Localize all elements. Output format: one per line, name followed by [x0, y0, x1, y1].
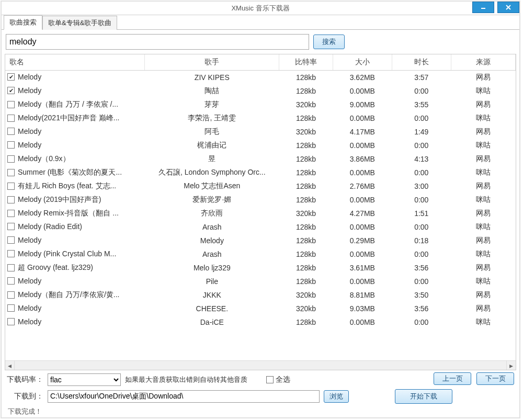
row-checkbox[interactable]: [7, 101, 15, 108]
table-row[interactable]: 超 Groovy (feat. ljz329)Melo ljz329128kb3…: [5, 261, 516, 275]
bitrate-cell: 128kb: [279, 139, 333, 152]
bitrate-cell: 128kb: [279, 166, 333, 179]
tab-song-search[interactable]: 歌曲搜索: [4, 15, 42, 30]
bottom-panel: 上一页 下一页 下载码率： flac 如果最大音质获取出错则自动转其他音质 全选…: [2, 370, 519, 417]
source-cell: 网易: [451, 98, 515, 111]
source-cell: 咪咕: [451, 111, 515, 125]
row-checkbox[interactable]: [7, 87, 15, 94]
duration-cell: 3:56: [392, 261, 451, 275]
row-checkbox[interactable]: [7, 210, 15, 217]
table-row[interactable]: MelodyZIV KIPES128kb3.62MB3:57网易: [5, 71, 516, 85]
table-row[interactable]: MelodyPile128kb0.00MB0:00咪咕: [5, 275, 516, 288]
table-row[interactable]: Summer (电影《菊次郎的夏天...久石譲, London Symphony…: [5, 166, 516, 179]
song-name: Melody: [18, 86, 41, 95]
bitrate-select[interactable]: flac: [48, 373, 121, 386]
search-row: 搜索: [2, 30, 519, 54]
search-button[interactable]: 搜索: [313, 35, 345, 49]
col-header-name[interactable]: 歌名: [5, 54, 145, 71]
scroll-left-icon[interactable]: ◂: [5, 361, 15, 370]
col-header-size[interactable]: 大小: [333, 54, 392, 71]
song-name: Melody（翻自 乃万 / 李依宸 /...: [18, 100, 118, 109]
artist-cell: 爱新觉罗·媚: [145, 193, 279, 207]
horizontal-scrollbar[interactable]: ◂ ▸: [5, 360, 516, 370]
col-header-artist[interactable]: 歌手: [145, 54, 279, 71]
table-row[interactable]: Melody阿毛320kb4.17MB1:49网易: [5, 125, 516, 139]
start-download-button[interactable]: 开始下载: [395, 389, 452, 404]
minimize-button[interactable]: [472, 2, 494, 13]
results-scroll[interactable]: 歌名 歌手 比特率 大小 时长 来源 MelodyZIV KIPES128kb3…: [5, 54, 516, 360]
row-checkbox[interactable]: [7, 115, 15, 122]
source-cell: 咪咕: [451, 220, 515, 234]
bitrate-cell: 128kb: [279, 84, 333, 98]
col-header-bitrate[interactable]: 比特率: [279, 54, 333, 71]
duration-cell: 1:49: [392, 125, 451, 139]
row-checkbox[interactable]: [7, 169, 15, 176]
table-row[interactable]: Melody (2019中国好声音)爱新觉罗·媚128kb0.00MB0:00咪…: [5, 193, 516, 207]
app-window: XMusic 音乐下载器 歌曲搜索 歌单&专辑&歌手歌曲 搜索: [1, 1, 520, 418]
select-all-checkbox[interactable]: 全选: [266, 375, 290, 384]
table-row[interactable]: Melody（翻自 乃万/李依宸/黄...JKKK320kb8.81MB3:50…: [5, 288, 516, 302]
song-name: 超 Groovy (feat. ljz329): [18, 263, 93, 273]
search-input[interactable]: [6, 34, 309, 50]
bitrate-cell: 128kb: [279, 261, 333, 275]
size-cell: 0.00MB: [333, 84, 392, 98]
bitrate-cell: 320kb: [279, 302, 333, 315]
duration-cell: 0:00: [392, 193, 451, 207]
bitrate-cell: 128kb: [279, 193, 333, 207]
duration-cell: 4:13: [392, 152, 451, 166]
row-checkbox[interactable]: [7, 304, 15, 312]
row-checkbox[interactable]: [7, 155, 15, 163]
close-button[interactable]: [497, 2, 519, 13]
row-checkbox[interactable]: [7, 250, 15, 257]
table-row[interactable]: Melody Remix-抖音版（翻自 ...齐欣雨320kb4.27MB1:5…: [5, 207, 516, 220]
row-checkbox[interactable]: [7, 236, 15, 244]
size-cell: 0.00MB: [333, 220, 392, 234]
song-name: Melody: [18, 236, 41, 244]
artist-cell: Melody: [145, 234, 279, 247]
table-row[interactable]: Melody(2021中国好声音 巅峰...李荣浩, 王靖雯128kb0.00M…: [5, 111, 516, 125]
table-row[interactable]: Melody梶浦由记128kb0.00MB0:00咪咕: [5, 139, 516, 152]
table-row[interactable]: Melody（0.9x）昱128kb3.86MB4:13网易: [5, 152, 516, 166]
col-header-source[interactable]: 来源: [451, 54, 515, 71]
col-header-duration[interactable]: 时长: [392, 54, 451, 71]
checkbox-icon: [266, 376, 274, 383]
table-row[interactable]: Melody（翻自 乃万 / 李依宸 /...芽芽320kb9.00MB3:55…: [5, 98, 516, 111]
row-checkbox[interactable]: [7, 264, 15, 271]
table-row[interactable]: Melody (Pink Crystal Club M...Arash128kb…: [5, 247, 516, 261]
dest-path-input[interactable]: [48, 390, 320, 403]
song-name: Summer (电影《菊次郎的夏天...: [18, 168, 122, 177]
row-checkbox[interactable]: [7, 141, 15, 149]
table-row[interactable]: MelodyDa-iCE128kb0.00MB0:00咪咕: [5, 315, 516, 329]
row-checkbox[interactable]: [7, 277, 15, 285]
source-cell: 网易: [451, 179, 515, 193]
size-cell: 3.86MB: [333, 152, 392, 166]
row-checkbox[interactable]: [7, 183, 15, 190]
window-controls: [472, 2, 519, 15]
source-cell: 网易: [451, 71, 515, 85]
table-row[interactable]: Melody (Radio Edit)Arash128kb0.00MB0:00咪…: [5, 220, 516, 234]
table-row[interactable]: Melody陶喆128kb0.00MB0:00咪咕: [5, 84, 516, 98]
next-page-button[interactable]: 下一页: [476, 372, 514, 385]
size-cell: 0.00MB: [333, 275, 392, 288]
table-row[interactable]: MelodyCHEESE.320kb9.03MB3:56网易: [5, 302, 516, 315]
table-row[interactable]: MelodyMelody128kb0.29MB0:18网易: [5, 234, 516, 247]
bitrate-cell: 128kb: [279, 152, 333, 166]
duration-cell: 0:00: [392, 247, 451, 261]
source-cell: 咪咕: [451, 275, 515, 288]
duration-cell: 3:50: [392, 288, 451, 302]
song-name: Melody: [18, 277, 41, 285]
row-checkbox[interactable]: [7, 73, 15, 81]
size-cell: 0.00MB: [333, 139, 392, 152]
browse-button[interactable]: 浏览: [324, 390, 349, 403]
scroll-right-icon[interactable]: ▸: [506, 361, 516, 370]
prev-page-button[interactable]: 上一页: [434, 372, 471, 385]
size-cell: 8.81MB: [333, 288, 392, 302]
row-checkbox[interactable]: [7, 318, 15, 325]
table-row[interactable]: 有娃儿 Rich Boys (feat. 艾志...Melo 艾志恒Asen12…: [5, 179, 516, 193]
duration-cell: 3:55: [392, 98, 451, 111]
row-checkbox[interactable]: [7, 223, 15, 230]
row-checkbox[interactable]: [7, 291, 15, 299]
row-checkbox[interactable]: [7, 128, 15, 135]
tab-playlist-album-artist[interactable]: 歌单&专辑&歌手歌曲: [42, 16, 117, 30]
row-checkbox[interactable]: [7, 196, 15, 203]
